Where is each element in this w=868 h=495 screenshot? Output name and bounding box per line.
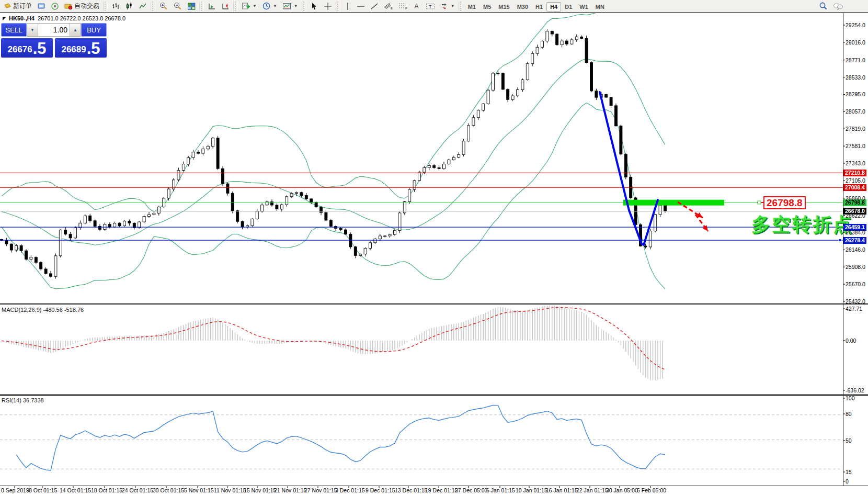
candle-body xyxy=(94,221,96,227)
rsi-axis-label: 50 xyxy=(846,437,852,444)
chart-canvas[interactable] xyxy=(0,0,868,495)
candle-body xyxy=(295,193,298,194)
chinese-annotation-text[interactable]: 多空转折点 xyxy=(751,212,853,238)
green-resistance-bar[interactable] xyxy=(623,200,724,206)
time-axis-label: 27 Nov 01:15 xyxy=(304,487,337,493)
chart-marker-icon xyxy=(3,17,6,20)
price-axis-label: 26384.0 xyxy=(846,229,865,235)
candle-body xyxy=(501,73,504,89)
candle-body xyxy=(30,257,32,260)
candle-body xyxy=(266,202,268,205)
candle-body xyxy=(575,37,578,40)
candle-body xyxy=(570,40,573,44)
candle-body xyxy=(394,231,396,234)
mt4-window: 新订单 自动交易 xyxy=(0,0,868,495)
sell-button[interactable]: SELL xyxy=(1,23,27,37)
candle-body xyxy=(54,256,57,276)
candle-body xyxy=(50,274,52,276)
macd-signal-line xyxy=(2,308,665,370)
time-axis-label: 3 Dec 01:15 xyxy=(335,487,365,493)
candle-body xyxy=(423,167,426,172)
candle-body xyxy=(241,221,244,227)
sell-price-button[interactable]: 26676 .5 xyxy=(1,38,53,58)
blue-zigzag-trendline[interactable] xyxy=(600,92,658,245)
one-click-trading-panel: SELL ▼ ▲ BUY 26676 .5 26689 .5 xyxy=(1,23,107,58)
candle-body xyxy=(89,216,92,220)
candle-body xyxy=(369,243,372,249)
price-tag: 27008.4 xyxy=(843,184,866,191)
buy-button[interactable]: BUY xyxy=(81,23,107,37)
candle-body xyxy=(108,224,111,227)
candle-body xyxy=(438,167,440,168)
candle-body xyxy=(300,193,303,196)
candle-body xyxy=(290,193,293,196)
price-annotation-label[interactable]: 26798.8 xyxy=(763,196,806,209)
candle-body xyxy=(620,126,622,154)
candle-body xyxy=(44,269,47,274)
buy-price-frac: .5 xyxy=(87,41,100,57)
rsi-pane-layer xyxy=(0,406,843,471)
line-handle[interactable] xyxy=(839,239,841,242)
candle-body xyxy=(69,234,72,238)
volume-decrease-button[interactable]: ▼ xyxy=(27,24,38,36)
candle-body xyxy=(113,223,116,227)
candle-body xyxy=(521,80,524,89)
price-axis-label: 29254.0 xyxy=(846,22,865,28)
candle-body xyxy=(487,90,489,104)
bollinger-lower-line xyxy=(2,103,665,289)
macd-label: MACD(12,26,9) -480.56 -518.76 xyxy=(2,307,84,313)
candle-body xyxy=(256,211,258,219)
candle-body xyxy=(664,205,667,211)
candle-body xyxy=(310,199,313,202)
rsi-axis-label: 100 xyxy=(846,395,855,401)
price-axis-label: 29016.0 xyxy=(846,39,865,46)
candle-body xyxy=(99,227,101,230)
candle-body xyxy=(443,164,446,168)
price-tag: 27210.8 xyxy=(843,170,866,176)
volume-increase-button[interactable]: ▲ xyxy=(70,24,81,36)
candle-body xyxy=(271,202,273,205)
candle-body xyxy=(345,230,347,234)
time-axis-label: 8 Oct 01:15 xyxy=(29,487,57,493)
time-axis-label: 19 Dec 01:15 xyxy=(425,487,458,493)
candle-body xyxy=(398,213,401,231)
line-handle[interactable] xyxy=(758,201,761,204)
time-axis-label: 22 Jan 01:15 xyxy=(576,487,608,493)
candle-body xyxy=(507,89,509,99)
buy-price-main: 26689 xyxy=(61,43,86,57)
rsi-axis-label: 0 xyxy=(846,478,849,485)
candle-body xyxy=(276,205,278,209)
volume-input[interactable] xyxy=(38,24,70,36)
price-axis-label: 28771.0 xyxy=(846,57,865,63)
symbol-header: HK50-,H4 26701.0 26722.0 26523.0 26678.0 xyxy=(3,15,125,21)
candle-body xyxy=(74,228,77,238)
candle-body xyxy=(202,149,204,153)
candle-body xyxy=(654,215,657,231)
candle-body xyxy=(5,241,8,244)
trade-panel-top-row: SELL ▼ ▲ BUY xyxy=(1,23,107,37)
candle-body xyxy=(339,229,342,230)
time-axis-label: 24 Oct 01:15 xyxy=(122,487,153,493)
candle-body xyxy=(477,110,479,118)
candle-body xyxy=(585,39,588,63)
candle-body xyxy=(143,217,145,222)
candle-body xyxy=(649,231,652,247)
candle-body xyxy=(25,251,28,259)
time-axis-label: 5 Nov 01:15 xyxy=(184,487,214,493)
buy-price-button[interactable]: 26689 .5 xyxy=(55,38,107,58)
price-axis-label: 28295.0 xyxy=(846,91,865,97)
candle-body xyxy=(15,245,18,250)
candle-body xyxy=(285,197,288,205)
candle-body xyxy=(433,165,436,167)
candle-body xyxy=(212,138,214,147)
price-axis-label: 25670.0 xyxy=(846,281,865,287)
candle-body xyxy=(561,41,563,44)
symbol-ohlc: 26701.0 26722.0 26523.0 26678.0 xyxy=(38,15,125,21)
candle-body xyxy=(590,63,593,91)
macd-axis-label: 427.71 xyxy=(846,306,862,312)
candle-body xyxy=(197,152,200,153)
candle-body xyxy=(462,141,465,155)
sell-price-main: 26676 xyxy=(7,43,32,57)
candle-body xyxy=(329,220,332,227)
time-axis-label: 10 Jan 01:15 xyxy=(516,487,547,493)
